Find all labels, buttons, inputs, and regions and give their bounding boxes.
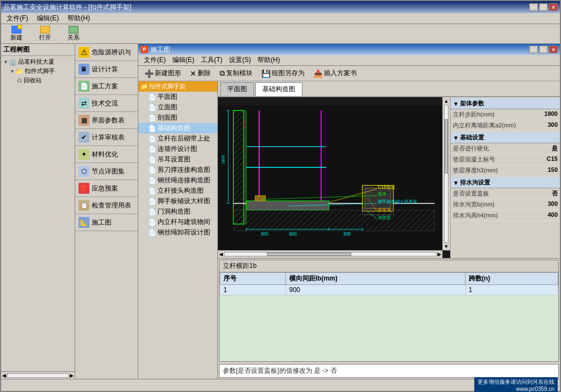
outer-maximize-button[interactable]: □ [539, 3, 548, 11]
col-header-seq: 序号 [220, 273, 286, 285]
tab-plan[interactable]: 平面图 [220, 82, 254, 96]
tab-foundation[interactable]: 基础构造图 [255, 82, 302, 96]
doc-icon-gate: 📄 [148, 208, 156, 216]
drawing-item-pole-back[interactable]: 📄 立杆在后砌带上处 [138, 133, 217, 144]
table-row[interactable]: 1 900 1 [220, 285, 558, 295]
outer-statusbar: 更多增信服务请访问到河东在线 www.pc0359.cn [1, 379, 560, 391]
svg-text:排水沟: 排水沟 [378, 207, 391, 212]
inner-menu-help[interactable]: 帮助(H) [254, 54, 283, 66]
nav-calc-review[interactable]: ✔ 计算审核表 [75, 129, 138, 146]
emergency-icon: 🔴 [78, 183, 89, 194]
svg-text:C15垫层: C15垫层 [378, 184, 395, 190]
outer-menubar: 文件(F) 编辑(E) 帮助(H) [1, 13, 560, 24]
insert-plan-button[interactable]: 📥 插入方案书 [310, 67, 361, 80]
inner-window: P 施工图 ─ □ ✕ 文件(E) 编辑(E) 工具(T) 设置(S) 帮助(H… [138, 44, 560, 379]
canvas-scrollbar-v[interactable]: ▲ ▼ [442, 97, 450, 250]
nav-interface-params[interactable]: ▦ 界面参数表 [75, 112, 138, 129]
drawing-tree: 📁 扣件式脚手架 📄 平面图 📄 立面图 [138, 81, 218, 379]
inner-menu-tools[interactable]: 工具(T) [198, 54, 226, 66]
inner-window-icon: P [141, 46, 148, 53]
insert-icon: 📥 [313, 69, 323, 78]
prop-section-drain-header[interactable]: ▼ 排水沟设置 [451, 177, 560, 188]
drawing-item-section[interactable]: 📄 剖面图 [138, 113, 217, 123]
nav-inspect-manage[interactable]: 📋 检查管理用表 [75, 197, 138, 214]
drawing-item-gate[interactable]: 📄 门洞构造图 [138, 206, 217, 217]
expand-icon-2: ▼ [10, 69, 15, 74]
prop-row-hardening: 是否进行硬化 是 [451, 143, 560, 154]
prop-section-frame-header[interactable]: ▼ 架体参数 [451, 98, 560, 109]
drawing-item-plan[interactable]: 📄 平面图 [138, 92, 217, 102]
left-panel: 工程树图 ▼ 🏢 品茗科技大厦 ▼ 📁 扣件式脚手 [1, 44, 75, 379]
drawing-item-inner-pole[interactable]: 📄 内立杆与建筑物间 [138, 217, 217, 227]
outer-toolbar: 新建 打开 关系 [1, 24, 560, 44]
cad-canvas[interactable]: 300 900 1800 30 [218, 97, 450, 258]
nav-node-detail[interactable]: ⬡ 节点详图集 [75, 163, 138, 180]
prop-row-drain-width: 排水沟宽b(mm) 300 [451, 199, 560, 210]
drawing-and-props: 平面图 基础构造图 [218, 81, 560, 379]
drawing-item-hoist[interactable]: 📄 吊耳设置图 [138, 154, 217, 165]
inner-menu-edit[interactable]: 编辑(E) [169, 54, 198, 66]
cad-svg: 300 900 1800 30 [218, 97, 450, 258]
svg-text:垫木: 垫木 [378, 191, 386, 197]
tree-node-root[interactable]: ▼ 🏢 品茗科技大厦 [2, 57, 74, 66]
node-icon: ⬡ [78, 166, 89, 177]
prop-section-foundation-header[interactable]: ▼ 基础设置 [451, 132, 560, 143]
svg-text:300: 300 [343, 231, 351, 237]
prop-row-cover: 是否设置盖板 否 [451, 188, 560, 199]
tree-node-scaffold[interactable]: ▼ 📁 扣件式脚手 [2, 66, 74, 76]
outer-menu-file[interactable]: 文件(F) [2, 13, 32, 24]
relations-button[interactable]: 关系 [60, 25, 87, 43]
drawing-item-elevation[interactable]: 📄 立面图 [138, 102, 217, 113]
copy-module-button[interactable]: ⧉ 复制模块 [216, 67, 256, 80]
drawing-item-pole-joint[interactable]: 📄 立杆接头构造图 [138, 186, 217, 196]
doc-icon-wire: 📄 [148, 177, 156, 184]
nav-danger-id[interactable]: ⚠ 危险源辨识与 [75, 44, 138, 61]
new-drawing-icon: ➕ [144, 69, 154, 78]
nav-construction-plan[interactable]: 📄 施工方案 [75, 78, 138, 95]
inner-minimize-button[interactable]: ─ [529, 46, 538, 53]
drawing-item-wire-unload[interactable]: 📄 钢丝绳卸荷设计图 [138, 227, 217, 238]
nav-material-optimize[interactable]: ✦ 材料优化 [75, 146, 138, 163]
nav-design-calc[interactable]: 🖩 设计计算 [75, 61, 138, 78]
calc-icon: 🖩 [78, 64, 89, 75]
inner-menu-file[interactable]: 文件(E) [141, 54, 169, 66]
outer-menu-edit[interactable]: 编辑(E) [32, 13, 63, 24]
scrollbar-thumb-h[interactable] [267, 253, 351, 256]
tree-scrollbar[interactable]: ◀ ▶ [1, 371, 75, 379]
inner-maximize-button[interactable]: □ [539, 46, 548, 53]
nav-construction-drawing[interactable]: 📐 施工图 [75, 214, 138, 231]
project-tree-header: 工程树图 [1, 44, 75, 56]
drawing-tree-folder[interactable]: 📁 扣件式脚手架 [138, 81, 217, 92]
inner-menu-settings[interactable]: 设置(S) [226, 54, 254, 66]
outer-titlebar: 品茗施工安全设施计算软件 - [扣件式脚手架] ─ □ ✕ [1, 1, 560, 13]
delete-button[interactable]: ✕ 删除 [186, 67, 215, 80]
new-button[interactable]: 新建 [3, 25, 30, 43]
outer-close-button[interactable]: ✕ [549, 3, 558, 11]
inner-close-button[interactable]: ✕ [549, 46, 558, 53]
nav-tech-exchange[interactable]: ⇄ 技术交流 [75, 95, 138, 112]
new-drawing-button[interactable]: ➕ 新建图形 [141, 67, 185, 80]
drawing-item-foundation[interactable]: 📄 基础构造图 [138, 123, 217, 133]
nav-emergency-plan[interactable]: 🔴 应急预案 [75, 180, 138, 197]
save-group-button[interactable]: 💾 组图另存为 [257, 67, 308, 80]
tree-node-recycle[interactable]: ♻ 回收站 [2, 76, 74, 85]
watermark-line1: 更多增信服务请访问到河东在线 [478, 378, 554, 386]
doc-icon-section: 📄 [148, 114, 156, 122]
inner-toolbar: ➕ 新建图形 ✕ 删除 ⧉ 复制模块 💾 组图另存为 📥 插入方案书 [138, 66, 560, 81]
open-button[interactable]: 打开 [32, 25, 58, 43]
outer-menu-help[interactable]: 帮助(H) [63, 13, 94, 24]
drawing-item-wire[interactable]: 📄 钢丝绳连接构造图 [138, 175, 217, 186]
scrollbar-thumb-v[interactable] [445, 119, 448, 174]
warning-icon: ⚠ [78, 47, 89, 58]
watermark-area: 更多增信服务请访问到河东在线 www.pc0359.cn [474, 377, 558, 392]
outer-minimize-button[interactable]: ─ [529, 3, 538, 11]
watermark-line2: www.pc0359.cn [478, 386, 554, 392]
svg-text:900: 900 [289, 231, 296, 237]
drawing-item-scissors[interactable]: 📄 剪刀撑连接构造图 [138, 165, 217, 175]
project-tree: ▼ 🏢 品茗科技大厦 ▼ 📁 扣件式脚手 ♻ 回收站 [1, 56, 75, 371]
canvas-scrollbar-h[interactable]: ◀ ▶ [218, 250, 442, 258]
drawing-item-wall-conn[interactable]: 📄 连墙件设计图 [138, 144, 217, 154]
drawing-icon: 📐 [78, 217, 89, 228]
pole-distance-panel: 立杆横距1b 序号 横向间距lb(mm) 跨数(n) [219, 260, 559, 362]
drawing-item-plank[interactable]: 📄 脚手板铺设大样图 [138, 196, 217, 206]
